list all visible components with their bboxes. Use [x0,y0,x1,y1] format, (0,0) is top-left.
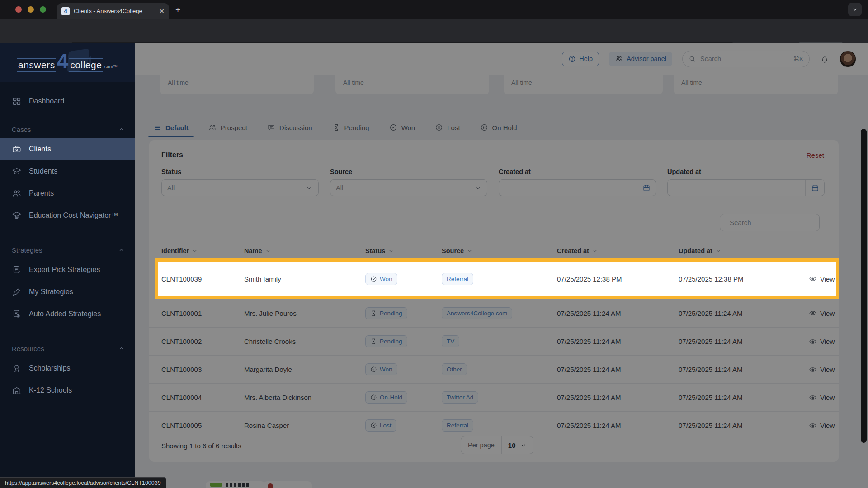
tab-on-hold[interactable]: On Hold [480,123,517,137]
view-link[interactable]: View [809,309,839,317]
window-controls[interactable] [15,6,46,13]
green-badge-shape [210,483,222,487]
reset-filters-link[interactable]: Reset [807,151,824,159]
tab-close-icon[interactable]: ✕ [159,7,165,15]
sidebar-section-strategies[interactable]: Strategies [0,246,135,254]
source-badge: Answers4College.com [442,307,512,319]
hourglass-icon [332,123,340,131]
table-row[interactable]: CLNT100003 Margarita Doyle Won Other 07/… [149,355,839,383]
cell-updated-at: 07/25/2025 11:24 AM [679,310,809,317]
stat-card-range: All time [168,79,189,86]
calendar-icon[interactable] [805,180,824,196]
sidebar-section-resources[interactable]: Resources [0,345,135,352]
scrollbar-thumb[interactable] [861,129,867,443]
source-filter-label: Source [330,168,487,175]
sidebar-section-cases[interactable]: Cases [0,126,135,133]
sidebar-item-expert-pick-strategies[interactable]: Expert Pick Strategies [0,258,135,281]
sidebar-item-auto-added-strategies[interactable]: Auto Added Strategies [0,303,135,325]
column-header-identifier[interactable]: Identifier [161,247,244,254]
global-search[interactable]: ⌘K [682,51,810,67]
column-header-updated-at[interactable]: Updated at [679,247,809,254]
app-logo[interactable]: answers 4 college .com™ [0,43,135,82]
column-header-source[interactable]: Source [442,247,557,254]
table-row[interactable]: CLNT100005 Rosina Casper Lost Referral 0… [149,411,839,439]
source-filter-select[interactable]: All [330,179,487,196]
sidebar-item-label: Education Cost Navigator™ [29,211,118,220]
notifications-bell-icon[interactable] [820,54,830,64]
tab-search-button[interactable] [848,3,862,16]
sidebar-item-k12-schools[interactable]: K-12 Schools [0,379,135,401]
cell-created-at: 07/25/2025 11:24 AM [557,310,679,317]
updated-at-field[interactable] [668,180,805,196]
created-at-date-input[interactable] [499,179,656,196]
eye-icon [809,422,817,430]
stat-card-range: All time [511,79,532,86]
cell-identifier: CLNT100001 [161,310,244,317]
table-search[interactable] [720,214,820,231]
tab-discussion[interactable]: Discussion [267,123,312,137]
cell-updated-at: 07/25/2025 12:38 PM [679,275,809,283]
tab-lost[interactable]: Lost [435,123,460,137]
sidebar-item-label: Scholarships [29,364,71,372]
tab-won[interactable]: Won [389,123,415,137]
sidebar-item-my-strategies[interactable]: My Strategies [0,281,135,303]
global-search-input[interactable] [700,55,789,62]
table-header: Identifier Name Status Source Created at… [149,243,839,258]
view-link[interactable]: View [809,366,839,374]
award-icon [12,363,22,373]
window-zoom-button[interactable] [40,6,46,13]
stat-card: All time [674,75,838,94]
tab-pending[interactable]: Pending [332,123,369,137]
table-row[interactable]: CLNT100001 Mrs. Julie Pouros Pending Ans… [149,299,839,327]
cell-updated-at: 07/25/2025 11:24 AM [679,422,809,429]
view-link[interactable]: View [809,275,836,283]
cell-identifier: CLNT100003 [161,366,244,373]
chevron-up-icon [118,126,125,133]
source-badge: Twitter Ad [442,391,478,404]
highlighted-table-row[interactable]: CLNT100039 Smith family Won Referral 07/… [155,258,839,299]
table-row[interactable]: CLNT100002 Christelle Crooks Pending TV … [149,327,839,355]
status-badge-pending: Pending [365,307,407,319]
help-button[interactable]: Help [562,52,599,66]
per-page-control[interactable]: Per page 10 [461,436,533,454]
stat-card: All time [504,75,663,94]
sidebar-item-label: K-12 Schools [29,386,72,394]
browser-tab[interactable]: 4 Clients - Answers4College ✕ [57,3,169,19]
updated-at-filter-label: Updated at [667,168,825,175]
table-search-input[interactable] [730,219,820,226]
sidebar-item-label: Students [29,167,57,175]
sidebar-item-scholarships[interactable]: Scholarships [0,357,135,379]
people-icon [12,188,22,198]
sidebar-item-students[interactable]: Students [0,160,135,182]
sidebar-item-education-cost-navigator[interactable]: Education Cost Navigator™ [0,204,135,226]
created-at-field[interactable] [499,180,637,196]
new-tab-button[interactable]: + [175,5,180,14]
status-filter-select[interactable]: All [161,179,319,196]
calendar-icon[interactable] [637,180,656,196]
table-row[interactable]: CLNT100004 Mrs. Alberta Dickinson On-Hol… [149,383,839,411]
view-link[interactable]: View [809,338,839,346]
column-header-created-at[interactable]: Created at [557,247,679,254]
window-minimize-button[interactable] [28,6,34,13]
updated-at-date-input[interactable] [667,179,825,196]
view-link[interactable]: View [809,394,839,402]
sidebar-item-parents[interactable]: Parents [0,182,135,204]
column-header-status[interactable]: Status [365,247,442,254]
column-header-name[interactable]: Name [244,247,365,254]
filter-status: Status All [161,168,319,196]
view-link[interactable]: View [809,422,839,430]
sidebar-item-clients[interactable]: Clients [0,138,135,160]
source-badge: TV [442,335,459,347]
tab-prospect[interactable]: Prospect [208,123,247,137]
per-page-select[interactable]: 10 [502,436,533,454]
filter-created-at: Created at [499,168,656,196]
user-avatar[interactable] [840,51,856,67]
tab-default[interactable]: Default [154,124,189,137]
sidebar-item-dashboard[interactable]: Dashboard [0,90,135,112]
window-close-button[interactable] [15,6,22,13]
cell-name: Mrs. Alberta Dickinson [244,394,365,401]
per-page-label: Per page [461,436,502,454]
advisor-panel-button[interactable]: Advisor panel [609,52,672,66]
logo-word-college: college [69,58,103,72]
cell-identifier: CLNT100004 [161,394,244,401]
